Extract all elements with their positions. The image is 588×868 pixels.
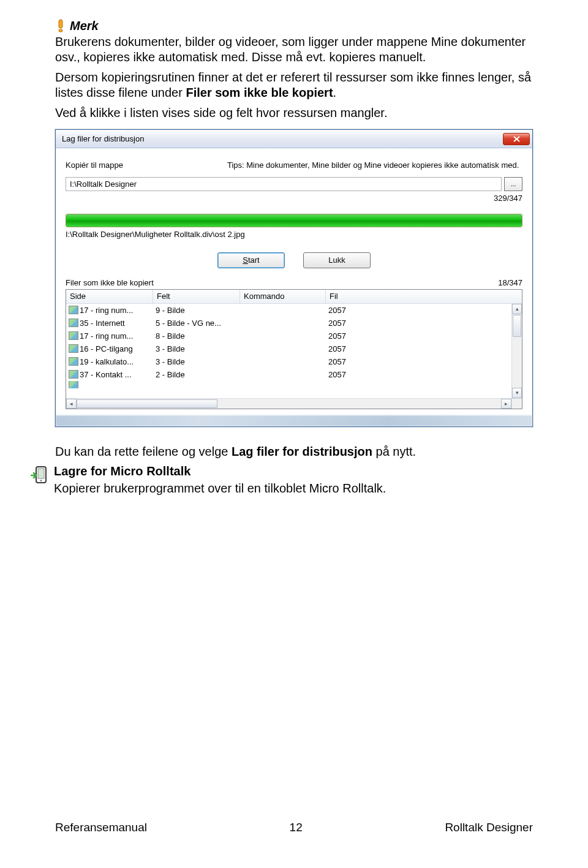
col-header-fil[interactable]: Fil [326,290,522,303]
table-row[interactable]: 17 - ring num...8 - Bilde2057 [66,330,522,342]
table-row[interactable]: 19 - kalkulato...3 - Bilde2057 [66,355,522,368]
image-icon [69,370,78,379]
start-button[interactable]: Start [217,252,285,268]
dialog-titlebar[interactable]: Lag filer for distribusjon [56,130,532,148]
path-input[interactable] [66,177,502,191]
col-header-kommando[interactable]: Kommando [240,290,326,303]
hscroll-thumb[interactable] [77,399,217,408]
not-copied-list[interactable]: Side Felt Kommando Fil 17 - ring num...9… [66,289,522,409]
scroll-up-icon[interactable]: ▴ [512,304,522,314]
not-copied-count: 18/347 [498,278,522,287]
note-title: Merk [70,19,99,33]
vertical-scrollbar[interactable]: ▴ ▾ [511,304,522,398]
image-icon [69,319,78,327]
progress-bar [66,214,522,227]
page-footer: Referansemanual 12 Rolltalk Designer [55,821,533,834]
svg-rect-0 [59,20,62,28]
warning-icon [55,18,66,33]
col-header-side[interactable]: Side [66,290,153,303]
svg-rect-3 [38,469,44,478]
image-icon [69,344,78,353]
table-row[interactable]: 35 - Internett5 - Bilde - VG ne...2057 [66,317,522,330]
footer-center: 12 [290,821,303,834]
horizontal-scrollbar[interactable]: ◂ ▸ [66,398,511,409]
table-row[interactable]: 16 - PC-tilgang3 - Bilde2057 [66,342,522,355]
micro-rolltalk-icon [31,466,48,489]
note-paragraph-1: Brukerens dokumenter, bilder og videoer,… [55,34,533,65]
close-icon[interactable] [503,133,530,145]
scroll-thumb[interactable] [513,315,521,337]
image-icon [69,331,78,340]
copy-to-label: Kopiér til mappe [66,160,123,170]
status-path: I:\Rolltalk Designer\Muligheter Rolltalk… [66,230,522,239]
note-paragraph-3: Ved å klikke i listen vises side og felt… [55,105,533,121]
scroll-left-icon[interactable]: ◂ [66,399,77,409]
footer-right: Rolltalk Designer [445,821,533,834]
table-row[interactable]: 37 - Kontakt ...2 - Bilde2057 [66,368,522,381]
col-header-felt[interactable]: Felt [153,290,240,303]
tips-text: Tips: Mine dokumenter, Mine bilder og Mi… [227,160,519,171]
svg-rect-1 [59,29,62,32]
after-paragraph-1: Du kan da rette feilene og velge Lag fil… [55,444,533,459]
image-icon [69,306,78,314]
scroll-right-icon[interactable]: ▸ [501,399,511,409]
micro-heading: Lagre for Micro Rolltalk [54,464,386,478]
browse-button[interactable]: ... [504,177,522,191]
not-copied-label: Filer som ikke ble kopiert [66,278,154,287]
distribution-dialog: Lag filer for distribusjon Kopiér til ma… [55,129,533,427]
micro-paragraph: Kopierer brukerprogrammet over til en ti… [54,481,386,496]
note-paragraph-2: Dersom kopieringsrutinen finner at det e… [55,70,533,100]
svg-point-4 [40,480,42,481]
image-icon [69,357,78,366]
close-button[interactable]: Lukk [303,252,371,268]
progress-counter: 329/347 [66,194,522,203]
scroll-down-icon[interactable]: ▾ [512,388,522,398]
dialog-title: Lag filer for distribusjon [62,134,144,143]
footer-left: Referansemanual [55,821,147,834]
table-row[interactable]: 17 - ring num...9 - Bilde2057 [66,304,522,317]
